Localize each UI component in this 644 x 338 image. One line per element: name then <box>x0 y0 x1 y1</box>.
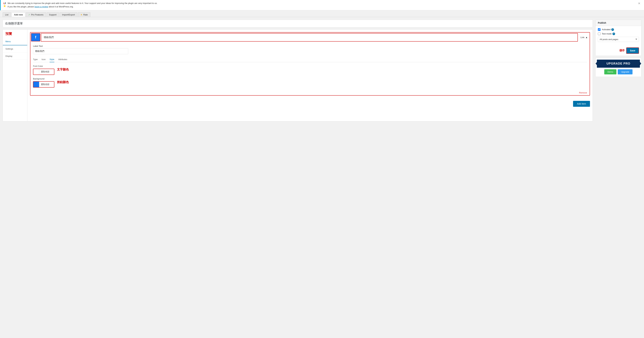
item-link-label: Link <box>580 36 584 38</box>
bg-color-swatch <box>33 82 39 87</box>
star-tab-icon: ★ <box>80 14 82 16</box>
remove-link[interactable]: Remove <box>579 92 587 94</box>
tab-support[interactable]: Support <box>47 12 59 17</box>
menu-title-input[interactable] <box>3 20 593 28</box>
font-color-picker[interactable]: 選取色彩 <box>33 69 54 75</box>
save-annotation: 儲存 <box>619 49 624 52</box>
sub-tabs: Type Icon Style Attributes <box>33 57 587 62</box>
tab-import-export[interactable]: Import/Export <box>60 12 77 17</box>
upgrade-banner: UPGRADE PRO <box>597 60 640 68</box>
tab-list-label: List <box>5 14 8 16</box>
add-item-section: Add item <box>30 98 590 107</box>
left-wing <box>596 60 599 68</box>
notice-close-button[interactable]: ✕ <box>637 2 641 5</box>
label-text-input[interactable] <box>33 48 128 54</box>
notice-icons: 📢 ⭐ <box>3 2 6 7</box>
right-panel: Publish Activated ? Test mode ? <box>596 20 641 77</box>
publish-footer: 儲存 Save <box>596 46 641 56</box>
font-color-label: Font Color <box>33 65 54 67</box>
save-button[interactable]: Save <box>626 48 639 54</box>
star-icon: ⭐ <box>3 5 6 7</box>
label-text-section: Label Text Type Icon S <box>30 42 590 95</box>
test-mode-checkbox[interactable] <box>598 32 600 35</box>
activated-info-icon[interactable]: ? <box>611 28 614 31</box>
notice-line2-pre: If you like the plugin, please <box>8 6 34 8</box>
tabs-bar: List Add new ✓ Pro Features Support Impo… <box>0 10 644 17</box>
item-card-header: f 聯絡我們 Link ▲ <box>30 32 590 42</box>
tab-rate-label: Rate <box>83 14 88 16</box>
bg-color-label: Background <box>33 78 54 80</box>
tab-list[interactable]: List <box>3 12 11 17</box>
sidebar-item-menu[interactable]: Menu <box>3 38 27 45</box>
editor-main: f 聯絡我們 Link ▲ Label Text <box>28 30 592 121</box>
activated-row: Activated ? <box>598 28 639 31</box>
tab-add-new[interactable]: Add new <box>12 12 25 17</box>
font-color-swatch <box>33 69 39 74</box>
font-color-annotation: 文字顏色 <box>57 68 69 72</box>
publish-body: Activated ? Test mode ? All posts and pa… <box>596 26 641 46</box>
item-label-text: 聯絡我們 <box>41 33 578 42</box>
activated-label: Activated ? <box>602 28 614 31</box>
upgrade-button[interactable]: Upgrade <box>618 69 632 74</box>
font-color-section: Font Color 選取色彩 文字顏色 <box>33 65 587 75</box>
left-panel: 預覽 Menu Settings Display f <box>3 20 593 121</box>
test-mode-label: Test mode ? <box>602 32 615 35</box>
megaphone-icon: 📢 <box>3 2 6 4</box>
tab-rate[interactable]: ★ Rate <box>78 12 90 17</box>
notice-review-link[interactable]: leave a review <box>34 6 48 8</box>
activated-checkbox[interactable] <box>598 28 600 31</box>
test-mode-info-icon[interactable]: ? <box>612 32 615 35</box>
editor-sidebar: 預覽 Menu Settings Display <box>3 30 28 121</box>
notice-line1: We are constantly trying to improve the … <box>8 2 157 4</box>
bg-color-section: Background 選取色彩 按鈕顏色 <box>33 78 587 88</box>
upgrade-btn-row: Demo Upgrade <box>596 68 641 77</box>
tab-pro-features-label: Pro Features <box>31 14 43 16</box>
editor-area: 預覽 Menu Settings Display f <box>3 30 593 121</box>
label-text-label: Label Text <box>33 45 587 47</box>
tab-add-new-label: Add new <box>14 14 23 16</box>
add-item-button[interactable]: Add item <box>573 101 590 107</box>
main-content: 預覽 Menu Settings Display f <box>0 17 644 124</box>
item-arrow-icon: ▲ <box>586 36 588 38</box>
sub-tab-type[interactable]: Type <box>33 57 38 62</box>
bg-color-picker[interactable]: 選取色彩 <box>33 81 54 88</box>
notice-bar: 📢 ⭐ We are constantly trying to improve … <box>0 0 644 10</box>
label-text-group: Label Text <box>33 45 587 54</box>
tab-support-label: Support <box>49 14 57 16</box>
check-icon: ✓ <box>28 14 30 16</box>
sidebar-item-display[interactable]: Display <box>3 52 27 60</box>
sub-tab-icon[interactable]: Icon <box>42 57 46 62</box>
sub-tab-attributes[interactable]: Attributes <box>58 57 67 62</box>
facebook-letter-icon: f <box>35 35 36 40</box>
pages-dropdown[interactable]: All posts and pages Home page only Selec… <box>598 37 639 42</box>
font-color-btn-text: 選取色彩 <box>39 69 51 74</box>
demo-button[interactable]: Demo <box>604 69 616 74</box>
bg-color-btn-text: 選取色彩 <box>39 82 51 87</box>
notice-line2-post: about it at WordPress.org. <box>48 6 74 8</box>
tab-pro-features[interactable]: ✓ Pro Features <box>26 12 46 17</box>
sub-tab-style[interactable]: Style <box>50 57 54 62</box>
publish-box: Publish Activated ? Test mode ? <box>596 20 641 56</box>
right-wing <box>638 60 641 68</box>
remove-section: Remove <box>33 90 587 94</box>
publish-header: Publish <box>596 20 641 26</box>
test-mode-row: Test mode ? <box>598 32 639 35</box>
sidebar-item-settings[interactable]: Settings <box>3 45 27 52</box>
bg-color-annotation: 按鈕顏色 <box>57 80 69 84</box>
preview-label: 預覽 <box>3 30 27 38</box>
item-card: f 聯絡我們 Link ▲ Label Text <box>30 32 590 96</box>
upgrade-box: UPGRADE PRO Demo Upgrade <box>596 58 641 77</box>
item-fb-icon: f <box>31 33 40 42</box>
tab-import-export-label: Import/Export <box>62 14 75 16</box>
upgrade-title: UPGRADE PRO <box>606 62 630 65</box>
item-link-section: Link ▲ <box>578 36 590 38</box>
notice-text: We are constantly trying to improve the … <box>8 2 635 8</box>
